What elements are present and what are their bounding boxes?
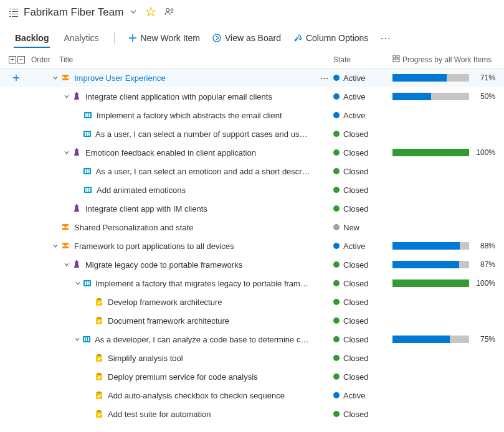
backlog-row[interactable]: Deploy premium service for code analysis… — [0, 367, 504, 386]
column-options-button[interactable]: Column Options — [288, 29, 373, 47]
state-dot-icon — [333, 373, 340, 380]
svg-rect-45 — [97, 373, 101, 375]
backlog-row[interactable]: Integrate client application with popula… — [0, 87, 504, 106]
backlog-row[interactable]: Framework to port applications to all de… — [0, 237, 504, 255]
backlog-row[interactable]: Add auto-analysis checkbox to checkin se… — [0, 386, 504, 405]
row-state-cell: Closed — [333, 148, 392, 157]
progress-bar-fill — [392, 261, 459, 268]
backlog-row[interactable]: Integrate client app with IM clientsClos… — [0, 199, 504, 218]
collapse-all-button[interactable]: − — [17, 56, 25, 63]
work-item-title[interactable]: Integrate client application with popula… — [85, 92, 272, 101]
task-icon — [94, 391, 104, 400]
work-item-title[interactable]: Add auto-analysis checkbox to checkin se… — [108, 391, 285, 400]
row-title-cell: Simplify analysis tool — [52, 354, 316, 363]
state-dot-icon — [333, 168, 340, 174]
backlog-row[interactable]: As a user, I can select an emoticon and … — [0, 162, 504, 181]
state-dot-icon — [333, 224, 340, 230]
tab-backlog[interactable]: Backlog — [9, 28, 55, 48]
column-progress[interactable]: Progress by all Work Items — [392, 55, 495, 64]
progress-percent: 100% — [473, 279, 495, 288]
row-state-cell: Closed — [333, 279, 392, 288]
row-progress-cell: 71% — [392, 73, 495, 82]
backlog-row[interactable]: Implement a factory which abstracts the … — [0, 106, 504, 124]
backlog-row[interactable]: Implement a factory that migrates legacy… — [0, 274, 504, 293]
wrench-icon — [293, 34, 302, 42]
progress-bar-fill — [392, 74, 447, 82]
row-title-cell: Add animated emoticons — [52, 185, 316, 195]
work-item-title[interactable]: Improve User Experience — [74, 73, 166, 83]
svg-rect-31 — [85, 281, 86, 285]
epic-icon — [60, 73, 70, 82]
work-item-title[interactable]: Deploy premium service for code analysis — [108, 372, 258, 382]
svg-rect-20 — [87, 132, 88, 136]
state-dot-icon — [333, 336, 340, 342]
backlog-row[interactable]: Add test suite for automationClosed — [0, 405, 504, 423]
expand-chevron-icon[interactable] — [63, 93, 70, 100]
expand-chevron-icon[interactable] — [74, 280, 81, 286]
backlog-row[interactable]: Emoticon feedback enabled in client appl… — [0, 143, 504, 162]
work-item-title[interactable]: Emoticon feedback enabled in client appl… — [85, 148, 256, 157]
pbi-icon — [82, 335, 91, 344]
state-dot-icon — [333, 187, 340, 193]
svg-rect-27 — [85, 188, 87, 192]
work-item-title[interactable]: Add animated emoticons — [97, 185, 186, 195]
team-members-icon[interactable] — [164, 7, 174, 19]
work-item-title[interactable]: As a user, I can select an emoticon and … — [96, 167, 311, 176]
work-item-title[interactable]: Develop framework architecture — [108, 298, 222, 307]
progress-bar-fill — [392, 242, 460, 250]
state-label: Closed — [343, 335, 368, 344]
work-item-title[interactable]: Add test suite for automation — [108, 410, 211, 419]
work-item-title[interactable]: As a user, I can select a number of supp… — [95, 129, 311, 139]
backlog-row[interactable]: Add animated emoticonsClosed — [0, 181, 504, 199]
backlog-row[interactable]: Develop framework architectureClosed — [0, 293, 504, 311]
work-item-title[interactable]: Document framework architecture — [108, 316, 229, 326]
state-dot-icon — [333, 112, 340, 118]
row-context-menu[interactable]: ··· — [316, 73, 333, 83]
expand-chevron-icon[interactable] — [63, 149, 70, 156]
pbi-icon — [82, 279, 92, 288]
backlog-row[interactable]: Improve User Experience···Active71% — [0, 68, 504, 87]
column-state[interactable]: State — [333, 55, 392, 64]
epic-icon — [60, 242, 70, 250]
column-order[interactable]: Order — [31, 55, 59, 64]
work-item-title[interactable]: As a developer, I can analyze a code bas… — [95, 335, 311, 344]
progress-percent: 87% — [473, 260, 495, 269]
column-header: + − Order Title State Progress by all Wo… — [0, 51, 504, 68]
backlog-row[interactable]: Migrate legacy code to portable framewor… — [0, 255, 504, 274]
team-title[interactable]: Fabrikam Fiber Team — [24, 6, 123, 19]
state-dot-icon — [333, 317, 340, 324]
work-item-title[interactable]: Integrate client app with IM clients — [85, 204, 207, 214]
expand-chevron-icon[interactable] — [52, 243, 59, 249]
backlog-icon — [9, 7, 19, 17]
state-dot-icon — [333, 355, 340, 361]
backlog-row[interactable]: As a user, I can select a number of supp… — [0, 124, 504, 143]
column-title[interactable]: Title — [59, 55, 333, 64]
work-item-title[interactable]: Implement a factory that migrates legacy… — [95, 279, 311, 288]
expand-chevron-icon[interactable] — [63, 261, 70, 268]
work-item-title[interactable]: Framework to port applications to all de… — [74, 242, 234, 251]
backlog-row[interactable]: Shared Personalization and stateNew — [0, 218, 504, 237]
row-title-cell: As a user, I can select a number of supp… — [52, 129, 316, 139]
pbi-icon — [83, 111, 93, 120]
more-actions-button[interactable]: ··· — [376, 30, 396, 47]
new-work-item-button[interactable]: New Work Item — [123, 29, 205, 47]
row-state-cell: Closed — [333, 260, 392, 270]
tab-analytics[interactable]: Analytics — [57, 28, 105, 48]
work-item-title[interactable]: Implement a factory which abstracts the … — [97, 111, 282, 120]
work-item-title[interactable]: Migrate legacy code to portable framewor… — [85, 260, 242, 270]
expand-chevron-icon[interactable] — [74, 336, 81, 342]
work-item-title[interactable]: Simplify analysis tool — [108, 354, 183, 363]
expand-chevron-icon[interactable] — [52, 75, 59, 81]
svg-rect-7 — [12, 16, 18, 17]
svg-rect-39 — [84, 337, 85, 341]
favorite-star-icon[interactable] — [146, 7, 156, 19]
work-item-title[interactable]: Shared Personalization and state — [74, 223, 194, 232]
chevron-down-icon[interactable] — [130, 8, 137, 17]
backlog-row[interactable]: Simplify analysis toolClosed — [0, 349, 504, 367]
backlog-row[interactable]: Document framework architectureClosed — [0, 311, 504, 330]
svg-rect-35 — [97, 298, 101, 300]
add-child-button[interactable] — [9, 74, 24, 82]
view-as-board-button[interactable]: View as Board — [207, 29, 286, 47]
backlog-row[interactable]: As a developer, I can analyze a code bas… — [0, 330, 504, 349]
expand-all-button[interactable]: + — [9, 56, 16, 63]
